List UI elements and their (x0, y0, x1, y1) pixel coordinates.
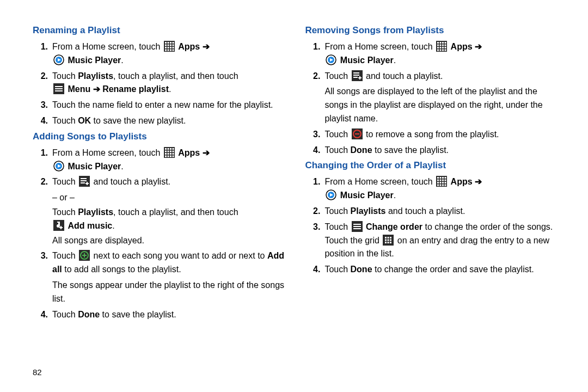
step-number: 4. (33, 114, 52, 128)
step-number: 3. (305, 220, 324, 261)
music-player-icon (53, 54, 64, 65)
music-player-icon (326, 189, 336, 200)
step-number: 3. (305, 128, 324, 142)
step-number: 4. (305, 144, 324, 157)
step: 2. Touch and touch a playlist. (33, 175, 289, 189)
section-heading-adding: Adding Songs to Playlists (33, 131, 289, 142)
menu-icon (53, 83, 64, 94)
step-number: 1. (305, 40, 324, 68)
section-heading-changing: Changing the Order of a Playlist (305, 160, 561, 171)
step-text: Touch Change order to change the order o… (324, 220, 561, 261)
step-text: From a Home screen, touch Apps Music Pla… (52, 40, 289, 68)
step-number: 4. (305, 263, 324, 277)
step: 4. Touch Done to save the playlist. (305, 144, 561, 157)
arrow-icon (90, 84, 100, 94)
step: 1. From a Home screen, touch Apps Music … (305, 175, 561, 203)
arrow-icon (473, 177, 482, 186)
step: 4. Touch Done to change the order and sa… (305, 263, 561, 277)
apps-grid-icon (164, 41, 175, 52)
add-circle-icon (79, 250, 90, 261)
step-number: 1. (33, 40, 52, 68)
step: 4. Touch OK to save the new playlist. (33, 114, 289, 128)
step: 3. Touch Change order to change the orde… (305, 220, 561, 261)
step-text: Touch and touch a playlist. (324, 70, 561, 83)
step-continuation: – or – (52, 191, 289, 205)
apps-grid-icon (436, 41, 447, 52)
page-number: 82 (33, 367, 42, 377)
step-text: From a Home screen, touch Apps Music Pla… (52, 146, 289, 174)
step-number: 2. (305, 205, 324, 218)
step: 3. Touch to remove a song from the playl… (305, 128, 561, 142)
note-add-icon (53, 220, 64, 231)
step: 2. Touch Playlists and touch a playlist. (305, 205, 561, 218)
step-text: Touch Playlists, touch a playlist, and t… (52, 70, 289, 97)
step: 2. Touch and touch a playlist. (305, 70, 561, 83)
right-column: Removing Songs from Playlists 1. From a … (299, 22, 561, 381)
menu-icon (352, 221, 363, 232)
step-number: 2. (305, 70, 324, 83)
step-text: Touch Done to change the order and save … (324, 263, 561, 277)
step-text: Touch and touch a playlist. (52, 175, 289, 189)
playlist-add-icon (352, 70, 363, 81)
music-player-icon (53, 161, 64, 171)
remove-circle-icon (352, 128, 363, 139)
step: 2. Touch Playlists, touch a playlist, an… (33, 70, 289, 97)
step-text: Touch Playlists and touch a playlist. (324, 205, 561, 218)
arrow-icon (473, 42, 482, 51)
step-number: 2. (33, 175, 52, 189)
step-text: From a Home screen, touch Apps Music Pla… (324, 40, 561, 68)
step-number: 3. (33, 99, 52, 112)
playlist-add-icon (79, 176, 90, 187)
apps-grid-icon (164, 147, 175, 158)
arrow-icon (200, 42, 209, 51)
step: 4. Touch Done to save the playlist. (33, 308, 289, 322)
step-number: 1. (305, 175, 324, 203)
step-number: 1. (33, 146, 52, 174)
step: 1. From a Home screen, touch Apps Music … (33, 40, 289, 68)
step-continuation: Touch Playlists, touch a playlist, and t… (52, 206, 289, 233)
step-text: Touch to remove a song from the playlist… (324, 128, 561, 142)
arrow-icon (200, 148, 209, 157)
step: 1. From a Home screen, touch Apps Music … (33, 146, 289, 174)
step: 3. Touch next to each song you want to a… (33, 249, 289, 277)
section-heading-renaming: Renaming a Playlist (33, 25, 289, 36)
section-heading-removing: Removing Songs from Playlists (305, 25, 561, 36)
step-continuation: The songs appear under the playlist to t… (52, 279, 289, 306)
step: 3. Touch the name field to enter a new n… (33, 99, 289, 112)
step-text: Touch the name field to enter a new name… (52, 99, 289, 112)
step-number: 4. (33, 308, 52, 322)
left-column: Renaming a Playlist 1. From a Home scree… (33, 22, 299, 381)
step-text: From a Home screen, touch Apps Music Pla… (324, 175, 561, 203)
step-continuation: All songs are displayed to the left of t… (324, 85, 561, 125)
step-number: 3. (33, 249, 52, 277)
step-number: 2. (33, 70, 52, 97)
step-text: Touch Done to save the playlist. (324, 144, 561, 157)
step-continuation: All songs are displayed. (52, 234, 289, 248)
step-text: Touch next to each song you want to add … (52, 249, 289, 277)
step-text: Touch OK to save the new playlist. (52, 114, 289, 128)
manual-page: Renaming a Playlist 1. From a Home scree… (0, 0, 588, 392)
step-text: Touch Done to save the playlist. (52, 308, 289, 322)
apps-grid-icon (436, 176, 447, 187)
drag-grid-icon (383, 235, 394, 246)
step: 1. From a Home screen, touch Apps Music … (305, 40, 561, 68)
music-player-icon (326, 54, 336, 65)
